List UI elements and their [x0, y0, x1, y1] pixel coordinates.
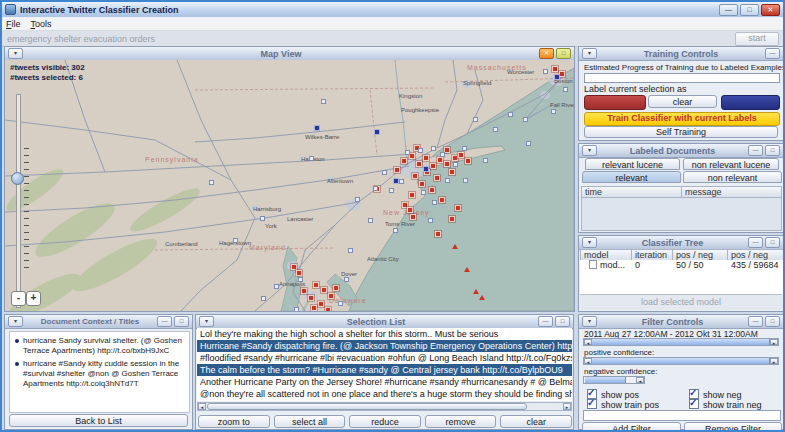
- selection-row[interactable]: Hurricane #Sandy dispatching fire. (@ Ja…: [197, 340, 572, 352]
- pos-neg-class-cell[interactable]: 435 / 59684: [728, 260, 785, 271]
- start-button[interactable]: start: [735, 32, 779, 46]
- minimize-panel-icon[interactable]: —: [748, 145, 763, 156]
- tweet-marker-neg[interactable]: [314, 125, 320, 131]
- tweet-marker[interactable]: [432, 200, 437, 205]
- tweet-marker-pos[interactable]: [423, 155, 429, 161]
- panel-menu-icon[interactable]: ▾: [582, 316, 597, 327]
- tweet-marker[interactable]: [431, 146, 436, 151]
- maximize-panel-icon[interactable]: □: [555, 316, 570, 327]
- back-to-list-button[interactable]: Back to List: [9, 414, 188, 427]
- maximize-panel-icon[interactable]: □: [174, 316, 189, 327]
- close-button[interactable]: ✕: [761, 4, 780, 16]
- reduce-button[interactable]: reduce: [349, 415, 421, 428]
- tweet-marker[interactable]: [421, 190, 426, 195]
- load-selected-model-button[interactable]: load selected model: [580, 294, 782, 310]
- slider-left-icon[interactable]: ◂: [584, 339, 592, 345]
- tweet-marker[interactable]: [483, 158, 488, 163]
- tweet-marker-pos[interactable]: [328, 293, 334, 299]
- tweet-marker[interactable]: [473, 117, 478, 122]
- tweet-marker[interactable]: [418, 148, 423, 153]
- map-zoom-slider[interactable]: [16, 94, 21, 308]
- selection-row[interactable]: @non they're all scattered not in one pl…: [197, 388, 572, 400]
- document-title-item[interactable]: hurricane Sandy survival shelter. (@ Gos…: [14, 336, 187, 356]
- minimize-panel-icon[interactable]: —: [765, 48, 780, 59]
- tweet-marker-pos[interactable]: [301, 288, 307, 294]
- maximize-panel-icon[interactable]: □: [765, 237, 780, 248]
- minimize-panel-icon[interactable]: —: [748, 237, 763, 248]
- title-bar[interactable]: Interactive Twitter Classifier Creation …: [2, 2, 783, 18]
- tweet-marker-pos[interactable]: [439, 197, 445, 203]
- negative-confidence-slider[interactable]: ◂: [583, 376, 645, 384]
- slider-right-icon[interactable]: ◂: [636, 377, 644, 383]
- tab-relevant[interactable]: relevant: [582, 171, 681, 183]
- tweet-marker-flag[interactable]: [464, 267, 470, 272]
- tweet-marker-pos[interactable]: [318, 301, 324, 307]
- tweet-marker-pos[interactable]: [435, 231, 441, 237]
- selection-row[interactable]: Another Hurricane Party on the Jersey Sh…: [197, 376, 572, 388]
- panel-menu-icon[interactable]: ▾: [199, 316, 214, 327]
- tweet-marker[interactable]: [445, 178, 450, 183]
- tweet-marker[interactable]: [321, 99, 326, 104]
- map-zoom-out-button[interactable]: -: [11, 291, 26, 306]
- add-filter-button[interactable]: Add Filter: [582, 422, 681, 432]
- tweet-marker[interactable]: [338, 301, 343, 306]
- tweet-marker[interactable]: [543, 69, 548, 74]
- tweet-marker[interactable]: [355, 197, 360, 202]
- show-train-pos-checkbox[interactable]: show train pos: [587, 399, 659, 410]
- tweet-marker-pos[interactable]: [401, 158, 407, 164]
- tweet-marker-pos[interactable]: [465, 158, 471, 164]
- label-relevant-button[interactable]: [584, 95, 646, 110]
- maximize-button[interactable]: □: [740, 4, 759, 16]
- tweet-marker-pos[interactable]: [311, 305, 317, 311]
- float-icon[interactable]: ✕: [539, 48, 554, 59]
- tweet-marker-pos[interactable]: [416, 161, 422, 167]
- label-nonrelevant-button[interactable]: [721, 95, 780, 110]
- search-input[interactable]: [5, 32, 735, 46]
- self-training-button[interactable]: Self Training: [584, 126, 778, 138]
- tweet-marker-pos[interactable]: [434, 175, 440, 181]
- tweet-marker-pos[interactable]: [333, 285, 339, 291]
- panel-menu-icon[interactable]: ▾: [582, 145, 597, 156]
- tweet-marker[interactable]: [428, 218, 433, 223]
- tweet-marker[interactable]: [440, 152, 445, 157]
- map-zoom-slider-handle[interactable]: [11, 172, 24, 185]
- tweet-marker-pos[interactable]: [321, 287, 327, 293]
- tab-relevant-lucene[interactable]: relevant lucene: [585, 158, 680, 170]
- tweet-marker-neg[interactable]: [393, 178, 399, 184]
- tweet-marker-pos[interactable]: [325, 307, 331, 311]
- selection-row[interactable]: The calm before the storm? #Hurricane #s…: [197, 364, 572, 376]
- model-cell[interactable]: mod...: [586, 260, 635, 271]
- tweet-marker-neg[interactable]: [423, 166, 429, 172]
- tweet-marker[interactable]: [233, 238, 238, 243]
- tweet-marker[interactable]: [382, 170, 387, 175]
- minimize-panel-icon[interactable]: —: [157, 316, 172, 327]
- menu-tools[interactable]: Tools: [31, 19, 52, 29]
- tweet-marker[interactable]: [393, 228, 398, 233]
- tab-non-relevant[interactable]: non relevant: [683, 171, 782, 183]
- tweet-marker-pos[interactable]: [458, 152, 464, 158]
- tweet-marker[interactable]: [551, 109, 556, 114]
- remove-button[interactable]: remove: [425, 415, 497, 428]
- tweet-marker[interactable]: [463, 178, 468, 183]
- scroll-right-icon[interactable]: ▸: [563, 403, 571, 410]
- remove-filter-button[interactable]: Remove Filter: [684, 422, 782, 432]
- select-all-button[interactable]: select all: [274, 415, 346, 428]
- menu-file[interactable]: File: [6, 19, 21, 29]
- tweet-marker[interactable]: [261, 296, 266, 301]
- tweet-marker-pos[interactable]: [552, 66, 558, 72]
- tweet-marker[interactable]: [368, 218, 373, 223]
- tweet-marker[interactable]: [389, 188, 394, 193]
- selection-row[interactable]: Lol they're making the high school a she…: [197, 328, 572, 340]
- minimize-panel-icon[interactable]: —: [748, 316, 763, 327]
- pos-neg-label-cell[interactable]: 50 / 50: [673, 260, 730, 271]
- filter-input[interactable]: [583, 410, 781, 421]
- tab-non-relevant-lucene[interactable]: non relevant lucene: [683, 158, 779, 170]
- tweet-marker-pos[interactable]: [394, 167, 400, 173]
- slider-right-icon[interactable]: ▸: [770, 339, 778, 345]
- tweet-marker-flag[interactable]: [479, 295, 485, 300]
- positive-confidence-slider[interactable]: ◂ ▸: [583, 357, 779, 365]
- tweet-marker-flag[interactable]: [452, 244, 458, 249]
- tweet-marker[interactable]: [209, 180, 214, 185]
- tweet-marker[interactable]: [298, 277, 303, 282]
- date-range-slider[interactable]: ◂ ▸: [583, 338, 779, 346]
